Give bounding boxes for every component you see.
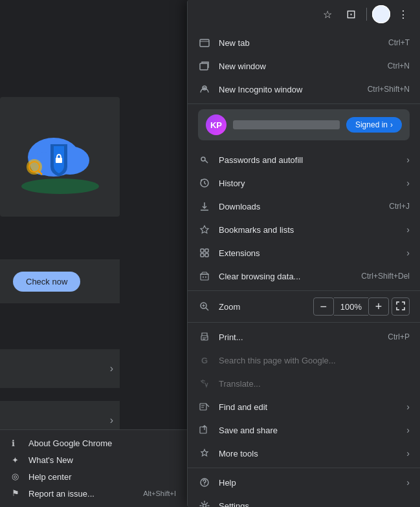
find-edit-icon xyxy=(198,400,211,413)
svg-rect-42 xyxy=(200,427,206,433)
vertical-dots-icon: ⋮ xyxy=(398,8,408,21)
menu-item-history[interactable]: History › xyxy=(188,171,420,195)
extensions-arrow: › xyxy=(406,248,410,258)
svg-rect-11 xyxy=(200,39,209,47)
chevron-right-icon-bottom: › xyxy=(110,415,113,426)
extensions-button[interactable]: ⊡ xyxy=(340,4,361,25)
star-icon: ☆ xyxy=(323,8,332,21)
passwords-icon xyxy=(198,153,211,166)
history-arrow: › xyxy=(406,178,410,188)
bookmarks-arrow: › xyxy=(406,224,410,235)
help-label: Help xyxy=(219,478,401,488)
history-icon xyxy=(198,177,211,189)
passwords-arrow: › xyxy=(406,155,410,165)
incognito-icon xyxy=(198,83,211,96)
downloads-label: Downloads xyxy=(219,202,384,211)
menu-item-extensions[interactable]: Extensions › xyxy=(188,241,420,264)
svg-point-44 xyxy=(204,484,204,485)
svg-point-36 xyxy=(206,336,208,338)
bottom-nav: ℹ About Google Chrome ✦ What's New ◎ Hel… xyxy=(0,429,188,507)
clear-data-shortcut: Ctrl+Shift+Del xyxy=(361,272,410,281)
menu-toolbar: ☆ ⊡ ⋮ xyxy=(188,0,420,28)
more-tools-label: More tools xyxy=(219,449,401,458)
zoom-increase-button[interactable]: + xyxy=(368,297,389,316)
translate-icon xyxy=(198,377,211,390)
zoom-icon xyxy=(198,300,211,313)
new-tab-label: New tab xyxy=(219,38,383,48)
save-share-arrow: › xyxy=(406,425,410,435)
clear-data-label: Clear browsing data... xyxy=(219,272,356,281)
check-now-area: Check now xyxy=(0,259,120,303)
menu-item-new-tab[interactable]: New tab Ctrl+T xyxy=(188,31,420,54)
chevron-right-icon-top: › xyxy=(110,363,113,374)
svg-marker-20 xyxy=(201,226,208,233)
menu-item-new-window[interactable]: New window Ctrl+N xyxy=(188,54,420,78)
svg-point-16 xyxy=(201,157,205,161)
bookmark-star-button[interactable]: ☆ xyxy=(317,4,338,25)
zoom-decrease-button[interactable]: − xyxy=(313,297,334,316)
menu-item-save-share[interactable]: Save and share › xyxy=(188,418,420,442)
svg-rect-35 xyxy=(203,339,205,340)
sidebar-item-help-center[interactable]: ◎ Help center xyxy=(8,469,180,484)
check-now-button[interactable]: Check now xyxy=(13,272,80,292)
svg-rect-23 xyxy=(201,253,204,257)
extensions-label: Extensions xyxy=(219,248,401,258)
menu-item-settings[interactable]: Settings xyxy=(188,494,420,507)
arrow-area-top: › xyxy=(0,349,120,388)
avatar xyxy=(372,5,390,23)
print-shortcut: Ctrl+P xyxy=(388,332,410,341)
section-browser-features: Passwords and autofill › History › xyxy=(188,146,420,291)
menu-item-find-edit[interactable]: Find and edit › xyxy=(188,395,420,418)
google-g-icon: G xyxy=(198,354,211,367)
sidebar-item-report-issue[interactable]: ⚑ Report an issue... Alt+Shift+I xyxy=(8,486,180,501)
settings-label: Settings xyxy=(219,501,410,508)
svg-rect-25 xyxy=(201,274,208,280)
signed-in-arrow: › xyxy=(390,120,393,129)
zoom-fullscreen-button[interactable] xyxy=(392,297,410,316)
help-center-label: Help center xyxy=(28,472,71,482)
signed-in-button[interactable]: Signed in › xyxy=(346,117,402,133)
about-chrome-label: About Google Chrome xyxy=(28,438,112,448)
print-label: Print... xyxy=(219,332,382,342)
help-circle-icon: ◎ xyxy=(12,471,22,482)
new-incognito-shortcut: Ctrl+Shift+N xyxy=(368,85,410,94)
extensions-icon: ⊡ xyxy=(346,7,356,21)
report-issue-label: Report an issue... xyxy=(28,489,94,499)
chrome-menu-panel: ☆ ⊡ ⋮ New tab Ctrl+T xyxy=(187,0,420,507)
menu-item-bookmarks[interactable]: Bookmarks and lists › xyxy=(188,218,420,241)
help-icon xyxy=(198,476,211,489)
svg-rect-24 xyxy=(205,253,208,257)
signed-in-label: Signed in xyxy=(355,120,388,129)
section-zoom: Zoom − 100% + xyxy=(188,291,420,323)
menu-item-downloads[interactable]: Downloads Ctrl+J xyxy=(188,195,420,218)
illustration-area xyxy=(0,97,120,217)
new-incognito-label: New Incognito window xyxy=(219,85,362,94)
svg-point-0 xyxy=(21,178,99,194)
menu-item-more-tools[interactable]: More tools › xyxy=(188,442,420,465)
info-icon: ℹ xyxy=(12,438,22,449)
menu-item-print[interactable]: Print... Ctrl+P xyxy=(188,325,420,349)
star-sparkle-icon: ✦ xyxy=(12,455,22,466)
zoom-controls: − 100% + xyxy=(313,297,389,316)
menu-item-help[interactable]: Help › xyxy=(188,471,420,494)
profile-avatar: KP xyxy=(206,114,227,135)
new-window-label: New window xyxy=(219,61,382,71)
more-options-button[interactable]: ⋮ xyxy=(393,4,414,25)
svg-rect-21 xyxy=(201,249,204,252)
bookmarks-icon xyxy=(198,223,211,236)
svg-rect-13 xyxy=(200,63,208,70)
help-arrow: › xyxy=(406,477,410,488)
menu-item-new-incognito[interactable]: New Incognito window Ctrl+Shift+N xyxy=(188,78,420,101)
report-issue-shortcut: Alt+Shift+I xyxy=(143,490,176,497)
menu-item-translate: Translate... xyxy=(188,372,420,395)
sidebar-item-whats-new[interactable]: ✦ What's New xyxy=(8,453,180,468)
settings-icon xyxy=(198,499,211,507)
zoom-label: Zoom xyxy=(219,302,313,312)
whats-new-label: What's New xyxy=(28,455,73,465)
zoom-value: 100% xyxy=(334,297,368,316)
profile-row[interactable]: KP Signed in › xyxy=(198,109,410,140)
sidebar-item-about-chrome[interactable]: ℹ About Google Chrome xyxy=(8,436,180,451)
menu-item-clear-data[interactable]: Clear browsing data... Ctrl+Shift+Del xyxy=(188,264,420,288)
menu-item-passwords[interactable]: Passwords and autofill › xyxy=(188,148,420,171)
background-panel: Check now › › ℹ About Google Chrome ✦ Wh… xyxy=(0,0,188,507)
